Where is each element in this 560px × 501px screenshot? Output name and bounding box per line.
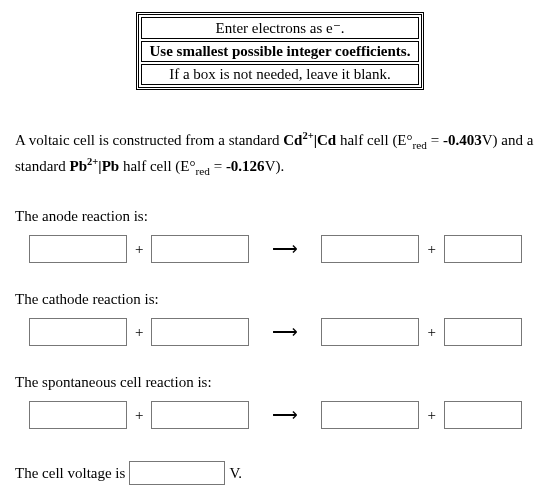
arrow-icon: ⟶ [272,239,298,259]
cathode-reactant-2[interactable] [151,318,249,346]
cathode-product-1[interactable] [321,318,419,346]
instruction-box: Enter electrons as e⁻. Use smallest poss… [136,12,425,90]
anode-reactant-1[interactable] [29,235,127,263]
plus-sign: + [133,407,145,424]
plus-sign: + [425,407,437,424]
voltage-label: The cell voltage is [15,465,125,482]
anode-reactant-2[interactable] [151,235,249,263]
anode-equation: + ⟶ + [29,235,545,263]
arrow-icon: ⟶ [272,322,298,342]
cathode-reactant-1[interactable] [29,318,127,346]
voltage-row: The cell voltage is V. [15,461,545,485]
problem-statement: A voltaic cell is constructed from a sta… [15,128,545,180]
plus-sign: + [425,324,437,341]
voltage-input[interactable] [129,461,225,485]
spont-reactant-1[interactable] [29,401,127,429]
anode-product-1[interactable] [321,235,419,263]
spont-product-1[interactable] [321,401,419,429]
spont-product-2[interactable] [444,401,522,429]
cathode-product-2[interactable] [444,318,522,346]
anode-label: The anode reaction is: [15,208,545,225]
voltage-unit: V. [229,465,242,482]
cathode-equation: + ⟶ + [29,318,545,346]
plus-sign: + [425,241,437,258]
spont-reactant-2[interactable] [151,401,249,429]
instruction-line-2: Use smallest possible integer coefficien… [141,41,420,62]
anode-product-2[interactable] [444,235,522,263]
spontaneous-label: The spontaneous cell reaction is: [15,374,545,391]
instruction-line-1: Enter electrons as e⁻. [141,17,420,39]
arrow-icon: ⟶ [272,405,298,425]
cathode-label: The cathode reaction is: [15,291,545,308]
instruction-line-3: If a box is not needed, leave it blank. [141,64,420,85]
spontaneous-equation: + ⟶ + [29,401,545,429]
plus-sign: + [133,324,145,341]
plus-sign: + [133,241,145,258]
